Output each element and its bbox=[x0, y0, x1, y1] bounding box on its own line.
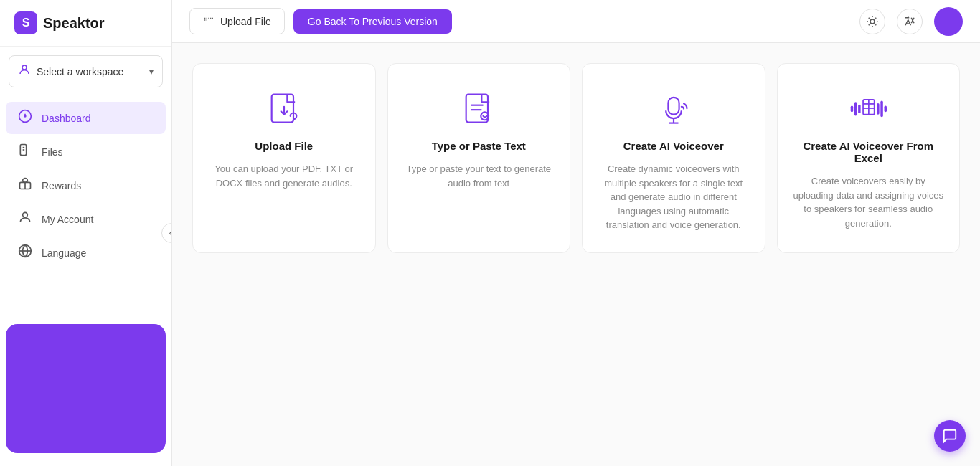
card-title: Type or Paste Text bbox=[432, 140, 526, 152]
upload-button-label: Upload File bbox=[220, 16, 271, 27]
language-icon bbox=[17, 244, 33, 262]
translate-button[interactable] bbox=[897, 9, 923, 34]
dashboard-icon bbox=[17, 109, 33, 127]
workspace-selector[interactable]: Select a workspace ▾ bbox=[9, 55, 163, 87]
sidebar-item-label: Dashboard bbox=[42, 113, 91, 124]
upload-file-icon bbox=[265, 87, 303, 130]
type-paste-icon bbox=[460, 87, 497, 130]
files-icon bbox=[17, 143, 33, 161]
sidebar: S Speaktor Select a workspace ▾ Dashboar… bbox=[0, 0, 172, 466]
svg-point-16 bbox=[870, 19, 875, 24]
app-name: Speaktor bbox=[43, 15, 105, 32]
chat-bubble-button[interactable] bbox=[934, 420, 966, 452]
sidebar-item-account[interactable]: My Account bbox=[6, 203, 166, 235]
svg-rect-25 bbox=[271, 95, 293, 123]
card-description: Type or paste your text to generate audi… bbox=[402, 162, 556, 190]
chevron-down-icon: ▾ bbox=[149, 67, 154, 77]
user-avatar[interactable] bbox=[934, 7, 963, 36]
sidebar-item-files[interactable]: Files bbox=[6, 135, 166, 168]
account-icon bbox=[17, 210, 33, 228]
svg-rect-41 bbox=[885, 106, 887, 113]
logo-icon: S bbox=[14, 11, 37, 34]
rewards-icon bbox=[17, 176, 33, 194]
card-description: Create dynamic voiceovers with multiple … bbox=[597, 162, 750, 232]
ai-voiceover-card[interactable]: Create AI Voiceover Create dynamic voice… bbox=[582, 63, 765, 253]
logo-area: S Speaktor bbox=[0, 0, 171, 47]
svg-rect-39 bbox=[877, 103, 879, 115]
card-title: Create AI Voiceover bbox=[623, 140, 724, 152]
sidebar-promo-card bbox=[6, 324, 166, 453]
svg-rect-33 bbox=[854, 102, 857, 115]
upload-icon bbox=[203, 14, 215, 28]
card-description: Create voiceovers easily by uploading da… bbox=[792, 174, 946, 230]
svg-line-23 bbox=[869, 24, 870, 25]
dashboard-content: Upload File You can upload your PDF, TXT… bbox=[172, 43, 980, 466]
sidebar-item-label: Language bbox=[42, 247, 86, 259]
sidebar-nav: Dashboard Files Rewards bbox=[0, 96, 171, 275]
card-description: You can upload your PDF, TXT or DOCX fil… bbox=[207, 162, 361, 190]
feature-cards-row: Upload File You can upload your PDF, TXT… bbox=[192, 63, 960, 253]
workspace-label: Select a workspace bbox=[37, 66, 143, 77]
sidebar-item-language[interactable]: Language bbox=[6, 237, 166, 269]
upload-file-button[interactable]: Upload File bbox=[189, 8, 285, 34]
ai-voiceover-icon bbox=[655, 87, 692, 130]
svg-rect-32 bbox=[851, 106, 853, 113]
type-paste-card[interactable]: Type or Paste Text Type or paste your te… bbox=[387, 63, 571, 253]
svg-rect-40 bbox=[881, 101, 883, 118]
card-title: Create AI Voiceover From Excel bbox=[792, 140, 946, 164]
theme-toggle-button[interactable] bbox=[859, 9, 885, 34]
sidebar-item-label: Files bbox=[42, 146, 63, 158]
header-icons bbox=[859, 7, 963, 36]
header: Upload File Go Back To Previous Version bbox=[172, 0, 980, 43]
excel-voiceover-card[interactable]: Create AI Voiceover From Excel Create vo… bbox=[777, 63, 961, 253]
card-title: Upload File bbox=[255, 140, 313, 152]
version-button[interactable]: Go Back To Previous Version bbox=[293, 9, 452, 34]
sidebar-item-rewards[interactable]: Rewards bbox=[6, 169, 166, 201]
upload-file-card[interactable]: Upload File You can upload your PDF, TXT… bbox=[192, 63, 376, 253]
svg-point-8 bbox=[23, 212, 28, 217]
workspace-icon bbox=[18, 63, 31, 80]
excel-voiceover-icon bbox=[849, 87, 887, 130]
svg-line-22 bbox=[875, 24, 876, 25]
svg-line-24 bbox=[875, 17, 876, 18]
svg-line-21 bbox=[869, 17, 870, 18]
svg-point-0 bbox=[22, 65, 27, 70]
sidebar-item-dashboard[interactable]: Dashboard bbox=[6, 102, 166, 134]
svg-rect-34 bbox=[858, 105, 860, 113]
sidebar-item-label: Rewards bbox=[42, 180, 81, 191]
main-content: Upload File Go Back To Previous Version bbox=[172, 0, 980, 466]
sidebar-item-label: My Account bbox=[42, 214, 93, 225]
svg-point-3 bbox=[24, 115, 26, 117]
